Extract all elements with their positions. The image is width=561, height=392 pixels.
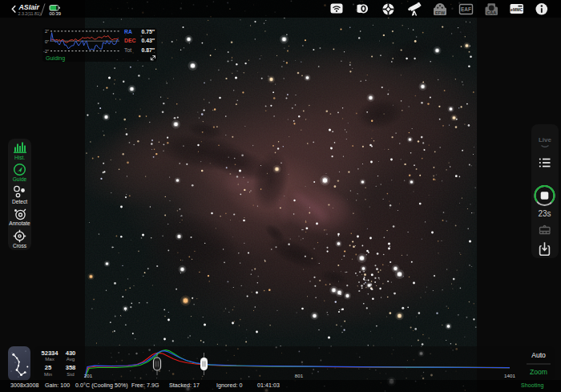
svg-text:201: 201 [84,373,93,378]
svg-text:801: 801 [295,373,304,378]
svg-text:Std: Std [67,371,75,377]
svg-text:Auto: Auto [531,351,546,359]
svg-text:Avg: Avg [67,356,75,362]
svg-text:1401: 1401 [504,373,515,378]
svg-text:Min: Min [44,371,53,377]
svg-text:Max: Max [45,356,55,362]
svg-text:Zoom: Zoom [530,368,547,376]
